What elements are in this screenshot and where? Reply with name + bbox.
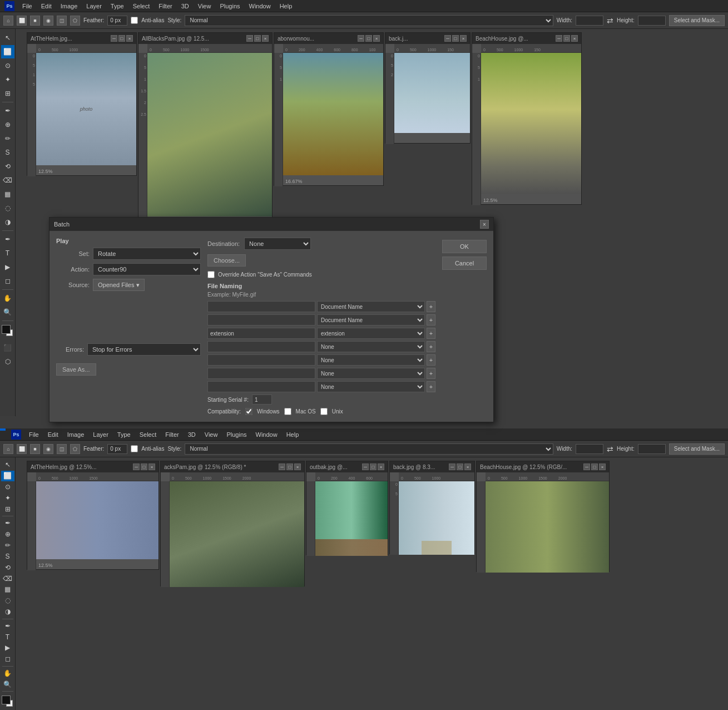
naming-input-7a[interactable] xyxy=(207,381,315,392)
height-input-bot[interactable] xyxy=(638,444,666,454)
win-close-allblacks-rot[interactable]: × xyxy=(294,464,301,470)
tool-lasso-bot[interactable]: ⊙ xyxy=(1,482,14,492)
win-restore-allblacks[interactable]: □ xyxy=(254,35,261,42)
fg-color-bot[interactable] xyxy=(2,696,11,704)
marquee-icon[interactable]: ⬜ xyxy=(17,16,27,26)
tool-move-bot[interactable]: ↖ xyxy=(1,460,14,470)
lasso-marquee-bot[interactable]: ◫ xyxy=(57,444,67,454)
menu-filter-bottom[interactable]: Filter xyxy=(162,430,182,439)
naming-plus-3[interactable]: + xyxy=(427,328,435,339)
win-restore-beach[interactable]: □ xyxy=(563,35,570,42)
win-res-back-rot[interactable]: □ xyxy=(457,464,463,470)
menu-help-top[interactable]: Help xyxy=(276,2,296,11)
width-input-bot[interactable] xyxy=(576,444,603,454)
win-restore-athelm[interactable]: □ xyxy=(118,35,125,42)
menu-layer-bottom[interactable]: Layer xyxy=(90,430,112,439)
menu-window-bottom[interactable]: Window xyxy=(252,430,281,439)
tool-pen[interactable]: ✒ xyxy=(1,233,14,246)
override-check[interactable] xyxy=(207,271,215,278)
tool-hand[interactable]: ✋ xyxy=(1,292,14,305)
tool-stamp[interactable]: S xyxy=(1,146,14,159)
naming-select-1b[interactable]: Document Name xyxy=(317,301,425,312)
naming-select-3b[interactable]: extension xyxy=(317,328,425,339)
naming-select-4b[interactable]: None xyxy=(317,341,425,352)
win-restore-aborig[interactable]: □ xyxy=(365,35,372,42)
anti-alias-check-bot[interactable] xyxy=(131,445,138,452)
compat-mac-check[interactable] xyxy=(284,408,291,415)
naming-input-3a[interactable] xyxy=(207,328,315,339)
color-swatches[interactable] xyxy=(2,325,14,341)
win-minimize-aborig[interactable]: ─ xyxy=(358,35,364,42)
menu-type-bottom[interactable]: Type xyxy=(114,430,134,439)
destination-select[interactable]: None xyxy=(244,238,311,250)
win-minimize-allblacks[interactable]: ─ xyxy=(246,35,253,42)
anti-alias-check[interactable] xyxy=(131,17,138,24)
width-input[interactable] xyxy=(576,16,603,26)
naming-plus-1[interactable]: + xyxy=(427,301,435,312)
style-select-bot[interactable]: Normal xyxy=(185,443,553,455)
naming-input-4a[interactable] xyxy=(207,341,315,352)
errors-select[interactable]: Stop for Errors xyxy=(87,343,201,356)
height-input[interactable] xyxy=(638,16,666,26)
select-mask-btn-bot[interactable]: Select and Mask... xyxy=(669,443,725,455)
win-minimize-back[interactable]: ─ xyxy=(444,35,451,42)
rect-marquee[interactable]: ■ xyxy=(30,16,40,26)
tool-path-select-bot[interactable]: ▶ xyxy=(1,643,14,653)
win-min-beach-rot[interactable]: ─ xyxy=(583,464,590,470)
win-close-beach-rot[interactable]: × xyxy=(599,464,606,470)
tool-history-bot[interactable]: ⟲ xyxy=(1,562,14,573)
tool-eraser-bot[interactable]: ⌫ xyxy=(1,573,14,584)
feather-input-bot[interactable] xyxy=(107,444,127,454)
marquee-icon-bot[interactable]: ⬜ xyxy=(17,444,27,454)
tool-type[interactable]: T xyxy=(1,246,14,260)
tool-dodge-bot[interactable]: ◑ xyxy=(1,607,14,617)
menu-help-bottom[interactable]: Help xyxy=(283,430,303,439)
tool-history[interactable]: ⟲ xyxy=(1,160,14,173)
home-icon-bot[interactable]: ⌂ xyxy=(3,444,13,454)
win-res-athelm-rot[interactable]: □ xyxy=(141,464,147,470)
tool-blur-bot[interactable]: ◌ xyxy=(1,595,14,606)
naming-select-2b[interactable]: Document Name xyxy=(317,314,425,326)
dialog-close-btn[interactable]: × xyxy=(480,220,489,229)
tool-eraser[interactable]: ⌫ xyxy=(1,174,14,187)
tool-eyedropper-bot[interactable]: ✒ xyxy=(1,518,14,529)
tool-eyedropper[interactable]: ✒ xyxy=(1,104,14,117)
tool-pen-bot[interactable]: ✒ xyxy=(1,620,14,631)
menu-edit-top[interactable]: Edit xyxy=(38,2,55,11)
win-close-back[interactable]: × xyxy=(460,35,467,42)
compat-unix-check[interactable] xyxy=(320,408,328,415)
tool-lasso[interactable]: ⊙ xyxy=(1,59,14,72)
menu-layer-top[interactable]: Layer xyxy=(83,2,105,11)
tool-crop[interactable]: ⊞ xyxy=(1,87,14,100)
source-btn[interactable]: Opened Files ▾ xyxy=(93,279,145,291)
tool-zoom[interactable]: 🔍 xyxy=(1,305,14,319)
swap-icon-bot[interactable]: ⇄ xyxy=(607,445,613,453)
select-mask-btn[interactable]: Select and Mask... xyxy=(669,15,725,26)
swap-icon[interactable]: ⇄ xyxy=(607,16,613,25)
tool-heal-bot[interactable]: ⊕ xyxy=(1,529,14,540)
tool-heal[interactable]: ⊕ xyxy=(1,118,14,131)
naming-plus-7[interactable]: + xyxy=(427,381,435,392)
naming-plus-4[interactable]: + xyxy=(427,341,435,352)
serial-input[interactable] xyxy=(252,395,272,405)
tool-hand-bot[interactable]: ✋ xyxy=(1,668,14,679)
menu-view-bottom[interactable]: View xyxy=(201,430,221,439)
win-min-allblacks-rot[interactable]: ─ xyxy=(279,464,285,470)
tool-blur[interactable]: ◌ xyxy=(1,201,14,215)
naming-select-7b[interactable]: None xyxy=(317,381,425,392)
rect-marquee-bot[interactable]: ■ xyxy=(30,444,40,454)
naming-plus-6[interactable]: + xyxy=(427,368,435,379)
action-select[interactable]: Counter90 xyxy=(93,263,201,275)
tool-type-bot[interactable]: T xyxy=(1,632,14,642)
win-res-aborig-rot[interactable]: □ xyxy=(370,464,377,470)
menu-edit-bottom[interactable]: Edit xyxy=(44,430,62,439)
naming-select-6b[interactable]: None xyxy=(317,368,425,379)
tool-shape-bot[interactable]: ◻ xyxy=(1,654,14,664)
tool-brush-bot[interactable]: ✏ xyxy=(1,540,14,551)
menu-plugins-bottom[interactable]: Plugins xyxy=(223,430,250,439)
win-close-athelm-rot[interactable]: × xyxy=(148,464,155,470)
tool-crop-bot[interactable]: ⊞ xyxy=(1,504,14,514)
win-res-allblacks-rot[interactable]: □ xyxy=(286,464,293,470)
poly-marquee[interactable]: ⬠ xyxy=(70,16,80,26)
menu-type-top[interactable]: Type xyxy=(107,2,127,11)
